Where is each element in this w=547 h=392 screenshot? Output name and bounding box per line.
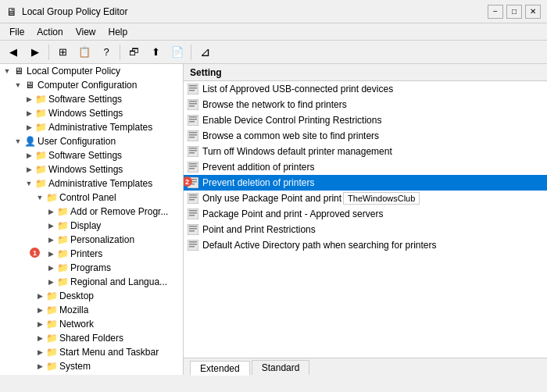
show-all-button[interactable]: 📄 xyxy=(167,43,188,62)
toggle-admin-templates-cc[interactable]: ▶ xyxy=(23,122,34,133)
setting-row-s9[interactable]: Package Point and print - Approved serve… xyxy=(184,206,547,222)
setting-row-s6[interactable]: Prevent addition of printers xyxy=(184,159,547,175)
toggle-windows-settings-uc[interactable]: ▶ xyxy=(23,164,34,175)
close-button[interactable]: ✕ xyxy=(525,5,541,19)
toggle-printers[interactable]: ▶ xyxy=(45,248,56,259)
tree-item-admin-templates-cc[interactable]: ▶ 📁 Administrative Templates xyxy=(0,120,183,134)
tree-item-shared-folders[interactable]: ▶ 📁 Shared Folders xyxy=(0,331,183,345)
menu-view[interactable]: View xyxy=(70,25,102,39)
tree-item-windows-settings-cc[interactable]: ▶ 📁 Windows Settings xyxy=(0,106,183,120)
toggle-shared-folders[interactable]: ▶ xyxy=(34,333,45,344)
folder-windows-settings-cc-icon: 📁 xyxy=(34,107,47,119)
forward-button[interactable]: ▶ xyxy=(25,43,45,62)
folder-windows-settings-uc-icon: 📁 xyxy=(34,163,47,176)
tree-label-shared-folders: Shared Folders xyxy=(59,331,123,345)
menu-file[interactable]: File xyxy=(3,25,30,39)
menu-action[interactable]: Action xyxy=(30,25,69,39)
tree-item-regional-language[interactable]: ▶ 📁 Regional and Langua... xyxy=(0,275,183,289)
tree-item-software-settings-cc[interactable]: ▶ 📁 Software Settings xyxy=(0,92,183,106)
tree-item-computer-configuration[interactable]: ▼ 🖥 Computer Configuration xyxy=(0,78,183,92)
minimize-button[interactable]: − xyxy=(488,5,503,19)
tree-item-user-configuration[interactable]: ▼ 👤 User Configuration xyxy=(0,134,183,148)
svg-rect-19 xyxy=(189,152,195,154)
tree-label-personalization: Personalization xyxy=(70,233,134,247)
svg-rect-30 xyxy=(189,197,197,198)
tree-item-windows-settings-uc[interactable]: ▶ 📁 Windows Settings xyxy=(0,162,183,176)
help-button[interactable]: ? xyxy=(96,43,116,62)
right-panel-header: Setting xyxy=(184,64,547,81)
toggle-display[interactable]: ▶ xyxy=(45,220,56,231)
tree-item-windows-comp[interactable]: ▶ 📁 Windows Componen... xyxy=(0,373,183,375)
tree-label-display: Display xyxy=(70,219,101,233)
svg-rect-9 xyxy=(189,116,197,118)
tab-standard[interactable]: Standard xyxy=(252,360,310,375)
tree-item-add-remove-programs[interactable]: ▶ 📁 Add or Remove Progr... xyxy=(0,205,183,219)
toggle-software-settings-cc[interactable]: ▶ xyxy=(23,94,34,105)
tree-item-programs[interactable]: ▶ 📁 Programs xyxy=(0,261,183,275)
tree-item-printers[interactable]: 1 ▶ 📁 Printers xyxy=(0,247,183,261)
setting-icon-s3 xyxy=(187,114,199,127)
svg-rect-14 xyxy=(189,134,197,136)
setting-icon-s6 xyxy=(187,161,199,173)
setting-row-s10[interactable]: Point and Print Restrictions xyxy=(184,222,547,237)
setting-row-s1[interactable]: List of Approved USB-connected print dev… xyxy=(184,81,547,97)
svg-rect-21 xyxy=(189,163,197,165)
toggle-windows-settings-cc[interactable]: ▶ xyxy=(23,108,34,119)
toggle-admin-templates-uc[interactable]: ▼ xyxy=(23,178,34,189)
tree-label-network: Network xyxy=(59,317,94,331)
svg-rect-35 xyxy=(189,215,195,216)
setting-row-s3[interactable]: Enable Device Control Printing Restricti… xyxy=(184,112,547,128)
toggle-programs[interactable]: ▶ xyxy=(45,262,56,273)
tree-item-local-computer-policy[interactable]: ▼ 🖥 Local Computer Policy xyxy=(0,64,183,78)
toggle-start-menu[interactable]: ▶ xyxy=(34,347,45,358)
svg-rect-17 xyxy=(189,148,197,149)
tree-item-network[interactable]: ▶ 📁 Network xyxy=(0,317,183,331)
tree-label-add-remove: Add or Remove Progr... xyxy=(70,205,168,219)
toggle-regional[interactable]: ▶ xyxy=(45,276,56,287)
toggle-desktop[interactable]: ▶ xyxy=(34,290,45,301)
view-up-button[interactable]: ⬆ xyxy=(145,43,166,62)
folder-windows-comp-icon: 📁 xyxy=(45,374,58,375)
filter-button[interactable]: ⊿ xyxy=(195,43,215,62)
tree-item-personalization[interactable]: ▶ 📁 Personalization xyxy=(0,233,183,247)
restore-button[interactable]: □ xyxy=(506,5,522,19)
setting-row-s7[interactable]: 2 Prevent deletion of printers xyxy=(184,175,547,191)
toggle-add-remove[interactable]: ▶ xyxy=(45,206,56,217)
tree-item-admin-templates-uc[interactable]: ▼ 📁 Administrative Templates xyxy=(0,176,183,191)
setting-row-s2[interactable]: Browse the network to find printers xyxy=(184,97,547,112)
folder-software-settings-cc-icon: 📁 xyxy=(34,93,47,105)
tree-label-control-panel: Control Panel xyxy=(59,191,116,205)
menu-help[interactable]: Help xyxy=(102,25,134,39)
tree-label-local-computer-policy: Local Computer Policy xyxy=(27,64,120,78)
toggle-software-settings-uc[interactable]: ▶ xyxy=(23,150,34,161)
tab-extended[interactable]: Extended xyxy=(190,361,250,376)
setting-row-s4[interactable]: Browse a common web site to find printer… xyxy=(184,128,547,144)
new-window-button[interactable]: 🗗 xyxy=(123,43,144,62)
properties-button[interactable]: 📋 xyxy=(74,43,95,62)
tree-item-desktop[interactable]: ▶ 📁 Desktop xyxy=(0,289,183,303)
tree-item-system[interactable]: ▶ 📁 System xyxy=(0,359,183,373)
tree-label-system: System xyxy=(59,359,91,373)
toggle-control-panel[interactable]: ▼ xyxy=(34,192,45,203)
svg-rect-10 xyxy=(189,119,197,120)
setting-icon-s5 xyxy=(187,145,199,158)
tree-item-control-panel[interactable]: ▼ 📁 Control Panel xyxy=(0,191,183,205)
tree-item-mozilla[interactable]: ▶ 📁 Mozilla xyxy=(0,303,183,317)
tree-item-software-settings-uc[interactable]: ▶ 📁 Software Settings xyxy=(0,148,183,162)
tree-item-display[interactable]: ▶ 📁 Display xyxy=(0,219,183,233)
toggle-local-computer-policy[interactable]: ▼ xyxy=(2,66,13,77)
back-button[interactable]: ◀ xyxy=(3,43,23,62)
toggle-user-configuration[interactable]: ▼ xyxy=(13,136,23,147)
setting-row-s5[interactable]: Turn off Windows default printer managem… xyxy=(184,144,547,159)
toggle-system[interactable]: ▶ xyxy=(34,361,45,372)
setting-row-s11[interactable]: Default Active Directory path when searc… xyxy=(184,237,547,253)
toggle-personalization[interactable]: ▶ xyxy=(45,234,56,245)
toggle-network[interactable]: ▶ xyxy=(34,319,45,330)
toggle-computer-configuration[interactable]: ▼ xyxy=(13,80,23,91)
computer-config-icon: 🖥 xyxy=(23,79,36,91)
folder-add-remove-icon: 📁 xyxy=(56,205,69,218)
setting-row-s8[interactable]: Only use Package Point and print TheWind… xyxy=(184,191,547,206)
toggle-mozilla[interactable]: ▶ xyxy=(34,305,45,315)
show-hide-button[interactable]: ⊞ xyxy=(52,43,73,62)
tree-item-start-menu[interactable]: ▶ 📁 Start Menu and Taskbar xyxy=(0,345,183,359)
